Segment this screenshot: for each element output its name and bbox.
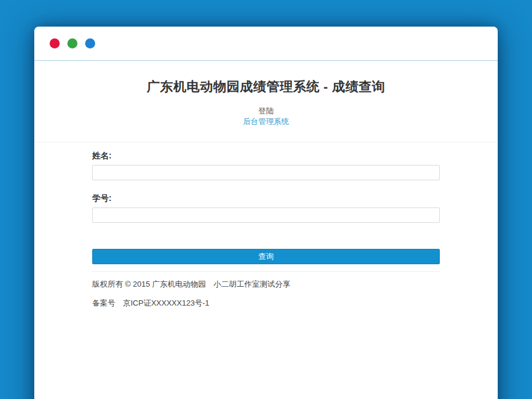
name-label: 姓名: (92, 151, 440, 160)
login-label: 登陆 (34, 107, 498, 115)
student-id-input[interactable] (92, 207, 440, 223)
window-minimize-dot-icon[interactable] (67, 38, 77, 48)
query-button[interactable]: 查询 (92, 249, 440, 264)
copyright-text: 版权所有 © 2015 广东机电动物园 小二胡工作室测试分享 (92, 280, 440, 288)
icp-record-text: 备案号 京ICP证XXXXXX123号-1 (92, 299, 440, 307)
window-titlebar (34, 27, 498, 61)
window-close-dot-icon[interactable] (50, 38, 60, 48)
window-maximize-dot-icon[interactable] (85, 38, 95, 48)
name-field-group: 姓名: (92, 151, 440, 180)
page-header: 广东机电动物园成绩管理系统 - 成绩查询 登陆 后台管理系统 (34, 61, 498, 142)
footer-divider (92, 271, 440, 272)
query-form: 姓名: 学号: 查询 版权所有 © 2015 广东机电动物园 小二胡工作室测试分… (92, 142, 440, 307)
name-input[interactable] (92, 165, 440, 180)
browser-window: 广东机电动物园成绩管理系统 - 成绩查询 登陆 后台管理系统 姓名: 学号: 查… (34, 27, 498, 399)
page-title: 广东机电动物园成绩管理系统 - 成绩查询 (34, 61, 498, 95)
admin-system-link[interactable]: 后台管理系统 (243, 117, 289, 126)
desktop-background: { "colors": { "background": "#1589ca", "… (0, 0, 532, 399)
student-id-label: 学号: (92, 194, 440, 202)
student-id-field-group: 学号: (92, 194, 440, 223)
